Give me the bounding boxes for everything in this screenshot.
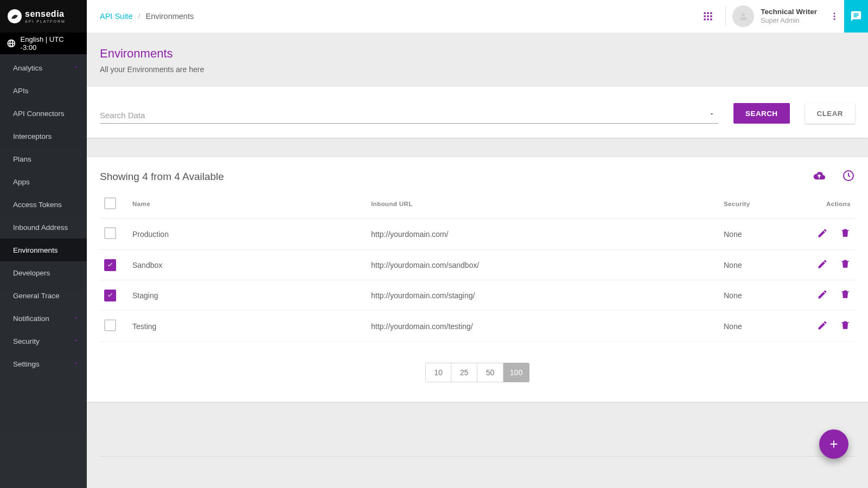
locale-switcher[interactable]: English | UTC -3:00 (0, 33, 87, 54)
chat-button[interactable] (844, 0, 868, 33)
search-placeholder: Search Data (100, 111, 145, 120)
edit-button[interactable] (817, 320, 828, 332)
page-size-100[interactable]: 100 (503, 363, 529, 382)
table-summary: Showing 4 from 4 Available (100, 171, 224, 183)
page-size-10[interactable]: 10 (425, 363, 451, 382)
cell-url: http://yourdomain.com/testing/ (367, 311, 719, 342)
cell-name: Sandbox (128, 250, 367, 280)
user-name: Technical Writer (761, 8, 817, 17)
sidebar-item-label: Notification (13, 314, 49, 323)
topbar-more-button[interactable] (825, 5, 844, 27)
search-input[interactable]: Search Data (100, 107, 718, 124)
more-vert-icon (829, 11, 839, 21)
page-size-25[interactable]: 25 (451, 363, 477, 382)
current-user: Technical Writer Super Admin (761, 8, 817, 25)
row-checkbox[interactable] (104, 227, 116, 239)
sidebar: sensedia API PLATFORM English | UTC -3:0… (0, 0, 87, 488)
sidebar-item-label: API Connectors (13, 110, 65, 118)
trash-icon (840, 259, 851, 269)
svg-rect-5 (707, 15, 709, 17)
sidebar-item-security[interactable]: Security (0, 330, 87, 352)
sidebar-item-access-tokens[interactable]: Access Tokens (0, 193, 87, 216)
row-checkbox[interactable] (104, 319, 116, 331)
sidebar-item-label: Security (13, 337, 40, 345)
sidebar-item-label: APIs (13, 87, 29, 95)
breadcrumb-root[interactable]: API Suite (100, 12, 132, 21)
svg-rect-2 (707, 12, 709, 14)
page-subtitle: All your Environments are here (100, 65, 855, 74)
cell-name: Testing (128, 311, 367, 342)
brand-logo-icon (8, 9, 22, 23)
sidebar-item-apps[interactable]: Apps (0, 170, 87, 193)
avatar[interactable] (732, 5, 754, 27)
sidebar-item-label: Apps (13, 178, 30, 186)
sidebar-item-developers[interactable]: Developers (0, 261, 87, 284)
sidebar-item-label: Plans (13, 155, 31, 163)
select-all-checkbox[interactable] (104, 197, 116, 209)
cell-url: http://yourdomain.com/ (367, 219, 719, 250)
breadcrumb: API Suite / Environments (100, 12, 194, 21)
history-button[interactable] (842, 169, 855, 184)
row-checkbox[interactable] (104, 259, 116, 271)
sidebar-item-label: General Trace (13, 292, 60, 300)
trash-icon (840, 228, 851, 239)
chevron-down-icon (73, 314, 79, 323)
sidebar-item-label: Access Tokens (13, 201, 62, 209)
cell-name: Production (128, 219, 367, 250)
page-title: Environments (100, 47, 855, 61)
sidebar-item-label: Environments (13, 246, 58, 254)
sidebar-item-environments[interactable]: Environments (0, 239, 87, 261)
chevron-down-icon (73, 360, 79, 368)
search-card: Search Data Search Clear (87, 87, 868, 138)
topbar: API Suite / Environments (87, 0, 868, 33)
sidebar-item-general-trace[interactable]: General Trace (0, 284, 87, 307)
sidebar-item-settings[interactable]: Settings (0, 352, 87, 375)
sidebar-item-analytics[interactable]: Analytics (0, 56, 87, 79)
brand-logo[interactable]: sensedia API PLATFORM (0, 0, 87, 33)
edit-button[interactable] (817, 259, 828, 271)
sidebar-item-inbound-address[interactable]: Inbound Address (0, 216, 87, 239)
apps-grid-icon (703, 11, 713, 22)
clock-icon (842, 169, 855, 182)
chevron-down-icon (73, 337, 79, 345)
main: API Suite / Environments (87, 0, 868, 488)
sidebar-nav: AnalyticsAPIsAPI ConnectorsInterceptorsP… (0, 54, 87, 488)
sidebar-item-label: Interceptors (13, 132, 52, 140)
svg-rect-8 (707, 18, 709, 20)
sidebar-item-api-connectors[interactable]: API Connectors (0, 102, 87, 125)
sidebar-item-plans[interactable]: Plans (0, 147, 87, 170)
sidebar-item-label: Analytics (13, 64, 42, 72)
svg-point-11 (834, 12, 835, 14)
locale-label: English | UTC -3:00 (21, 35, 80, 52)
col-actions: Actions (801, 190, 855, 219)
delete-button[interactable] (840, 320, 851, 332)
table-row: Sandboxhttp://yourdomain.com/sandbox/Non… (100, 250, 855, 280)
add-environment-fab[interactable] (819, 429, 848, 459)
cell-security: None (719, 219, 801, 250)
table-row: Testinghttp://yourdomain.com/testing/Non… (100, 311, 855, 342)
apps-grid-button[interactable] (697, 5, 719, 27)
sidebar-item-notification[interactable]: Notification (0, 307, 87, 330)
page-size-50[interactable]: 50 (477, 363, 503, 382)
svg-rect-9 (710, 18, 712, 20)
cell-url: http://yourdomain.com/sandbox/ (367, 250, 719, 280)
svg-rect-1 (704, 12, 706, 14)
delete-button[interactable] (840, 289, 851, 301)
page-size-selector: 102550100 (100, 363, 855, 382)
row-checkbox[interactable] (104, 290, 116, 301)
globe-icon (7, 38, 16, 48)
environments-table: Name Inbound URL Security Actions Produc… (100, 190, 855, 342)
pencil-icon (817, 320, 828, 331)
sidebar-item-apis[interactable]: APIs (0, 79, 87, 102)
edit-button[interactable] (817, 289, 828, 301)
search-button[interactable]: Search (733, 103, 789, 124)
upload-button[interactable] (813, 169, 826, 184)
clear-button[interactable]: Clear (805, 103, 856, 124)
cell-url: http://yourdomain.com/staging/ (367, 280, 719, 311)
delete-button[interactable] (840, 228, 851, 240)
delete-button[interactable] (840, 259, 851, 271)
brand-name: sensedia (25, 10, 66, 18)
dropdown-icon (709, 110, 715, 119)
edit-button[interactable] (817, 228, 828, 240)
sidebar-item-interceptors[interactable]: Interceptors (0, 125, 87, 147)
